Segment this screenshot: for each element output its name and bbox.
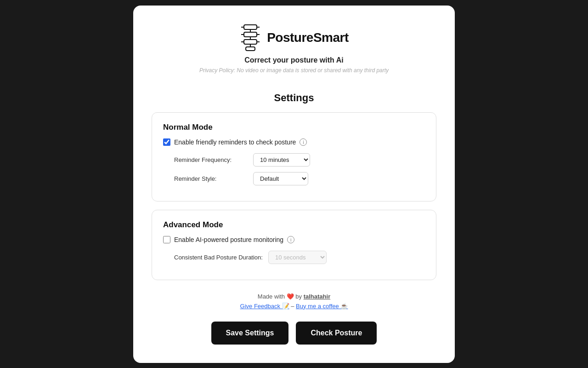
reminder-frequency-label: Reminder Frequency: [174,156,248,163]
normal-mode-checkbox-label: Enable friendly reminders to check postu… [174,138,296,146]
reminder-style-select[interactable]: Default Minimal Detailed [253,172,308,185]
bad-posture-duration-select[interactable]: 5 seconds 10 seconds 15 seconds 30 secon… [268,251,327,264]
buy-coffee-link[interactable]: Buy me a coffee ☕ [296,303,348,310]
advanced-mode-checkbox-label: Enable AI-powered posture monitoring [174,236,283,243]
advanced-mode-checkbox[interactable] [163,236,170,243]
svg-rect-4 [244,40,257,44]
svg-rect-6 [246,47,255,51]
normal-mode-checkbox-row: Enable friendly reminders to check postu… [163,138,425,146]
check-posture-button[interactable]: Check Posture [296,322,377,345]
give-feedback-link[interactable]: Give Feedback 📝 [240,303,289,310]
footer-links: Give Feedback 📝 – Buy me a coffee ☕ [240,303,348,310]
by-text: by [295,293,302,300]
privacy-text: Privacy Policy: No video or image data i… [199,67,389,74]
made-with-text: Made with ❤️ by talhatahir [258,293,330,300]
normal-mode-checkbox[interactable] [163,138,170,146]
reminder-frequency-select[interactable]: 5 minutes 10 minutes 15 minutes 30 minut… [253,153,310,167]
bad-posture-duration-label: Consistent Bad Posture Duration: [174,254,263,261]
save-settings-button[interactable]: Save Settings [211,322,289,345]
logo-row: PostureSmart [239,24,349,52]
footer-section: Made with ❤️ by talhatahir Give Feedback… [240,293,348,310]
tagline: Correct your posture with Ai [244,56,343,64]
advanced-mode-card: Advanced Mode Enable AI-powered posture … [152,210,436,280]
app-title: PostureSmart [267,30,349,45]
advanced-mode-title: Advanced Mode [163,220,425,230]
dash-separator: – [291,303,296,310]
heart-emoji: ❤️ [287,293,294,300]
buttons-row: Save Settings Check Posture [211,322,377,345]
reminder-frequency-row: Reminder Frequency: 5 minutes 10 minutes… [174,153,425,167]
advanced-mode-checkbox-row: Enable AI-powered posture monitoring i [163,236,425,243]
made-with-label: Made with [258,293,285,300]
svg-rect-0 [244,25,257,29]
bad-posture-duration-row: Consistent Bad Posture Duration: 5 secon… [174,251,425,264]
author-link[interactable]: talhatahir [304,293,331,300]
advanced-mode-info-icon[interactable]: i [287,236,294,243]
main-card: PostureSmart Correct your posture with A… [133,6,455,363]
settings-title: Settings [274,92,314,104]
reminder-style-row: Reminder Style: Default Minimal Detailed [174,172,425,185]
header: PostureSmart Correct your posture with A… [199,24,389,74]
reminder-style-label: Reminder Style: [174,175,248,182]
svg-rect-2 [244,32,257,37]
spine-icon [239,24,261,52]
normal-mode-card: Normal Mode Enable friendly reminders to… [152,112,436,201]
normal-mode-info-icon[interactable]: i [300,138,307,146]
normal-mode-title: Normal Mode [163,123,425,132]
